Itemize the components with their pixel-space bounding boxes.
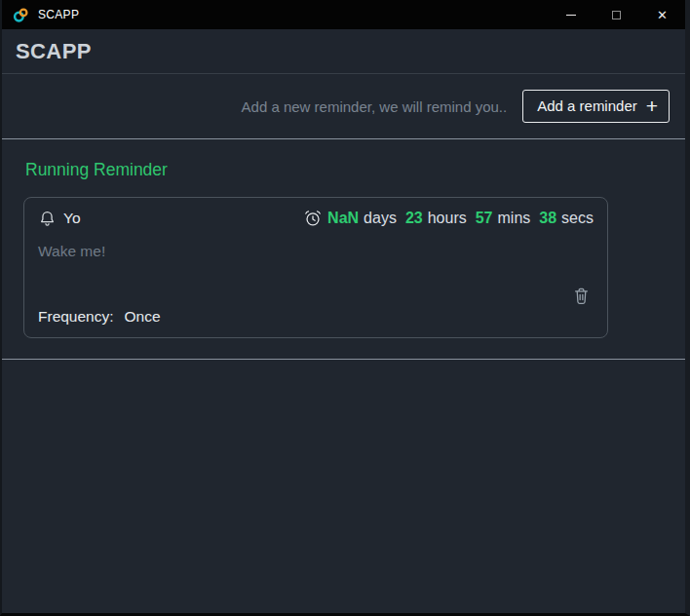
app-logo-icon <box>13 7 29 23</box>
reminder-card: Yo NaN days 23 hours 57 mins 38 secs <box>23 197 608 338</box>
reminder-name: Yo <box>63 210 81 227</box>
plus-icon: + <box>646 98 658 113</box>
maximize-icon <box>612 11 621 19</box>
add-reminder-button-label: Add a reminder <box>537 97 637 114</box>
titlebar[interactable]: SCAPP ✕ <box>2 0 685 29</box>
countdown: NaN days 23 hours 57 mins 38 secs <box>303 209 594 228</box>
reminder-card-header: Yo NaN days 23 hours 57 mins 38 secs <box>38 209 594 228</box>
app-header: SCAPP <box>2 29 685 74</box>
empty-content-area <box>2 360 685 613</box>
countdown-hours-unit: hours <box>428 210 467 227</box>
add-reminder-hint: Add a new reminder, we will remind you.. <box>242 98 508 115</box>
section-title: Running Reminder <box>25 160 685 180</box>
running-reminder-section: Running Reminder Yo <box>2 139 685 360</box>
countdown-mins-unit: mins <box>498 210 531 227</box>
countdown-mins-value: 57 <box>476 210 493 227</box>
reminder-message: Wake me! <box>38 243 594 260</box>
frequency-row: Frequency:Once <box>38 308 161 326</box>
add-reminder-button[interactable]: Add a reminder + <box>522 90 670 123</box>
countdown-days-value: NaN <box>327 210 359 227</box>
window-controls: ✕ <box>548 0 685 29</box>
add-reminder-toolbar: Add a new reminder, we will remind you..… <box>2 74 685 139</box>
frequency-label: Frequency: <box>38 308 114 325</box>
maximize-button[interactable] <box>594 0 639 29</box>
minimize-icon <box>566 15 576 16</box>
titlebar-app-title: SCAPP <box>38 8 79 21</box>
countdown-secs-value: 38 <box>539 210 556 227</box>
alarm-clock-icon <box>303 209 323 228</box>
bell-icon <box>38 210 57 228</box>
app-window: SCAPP ✕ SCAPP Add a new reminder, we wil… <box>0 0 690 616</box>
trash-icon <box>572 286 591 307</box>
close-icon: ✕ <box>657 9 668 21</box>
page-title: SCAPP <box>16 39 92 64</box>
close-button[interactable]: ✕ <box>639 0 685 29</box>
countdown-hours-value: 23 <box>405 210 423 227</box>
delete-reminder-button[interactable] <box>572 286 591 310</box>
countdown-days-unit: days <box>364 210 397 227</box>
countdown-secs-unit: secs <box>561 210 594 227</box>
frequency-value: Once <box>125 308 161 325</box>
minimize-button[interactable] <box>548 0 594 29</box>
